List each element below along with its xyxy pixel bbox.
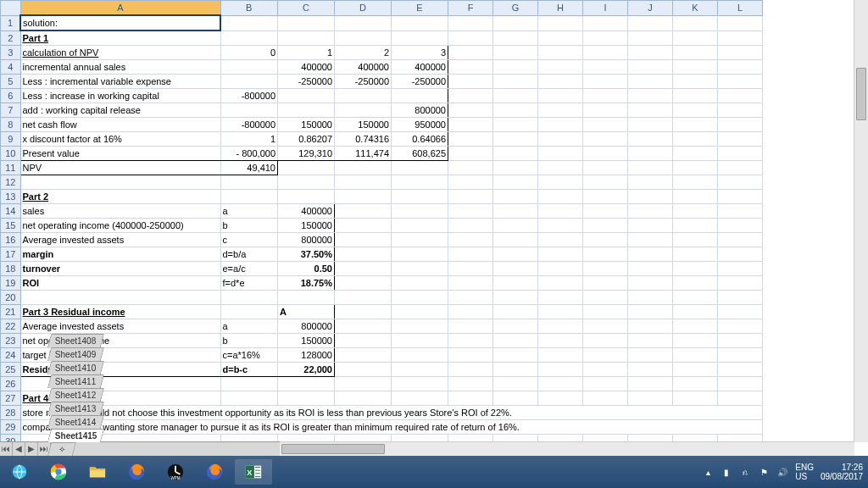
cell-J6[interactable] xyxy=(628,89,673,103)
cell-J26[interactable] xyxy=(628,377,673,391)
horizontal-scrollbar[interactable] xyxy=(280,441,854,456)
cell-D22[interactable] xyxy=(335,319,392,334)
cell-E2[interactable] xyxy=(392,30,448,46)
cell-J2[interactable] xyxy=(628,30,673,46)
cell-H8[interactable] xyxy=(538,118,583,132)
cell-D19[interactable] xyxy=(335,276,392,291)
sheet-tab-Sheet1413[interactable]: Sheet1413 xyxy=(47,402,105,415)
cell-H1[interactable] xyxy=(538,15,583,30)
cell-J19[interactable] xyxy=(628,276,673,291)
cell-L20[interactable] xyxy=(718,291,763,305)
cell-L26[interactable] xyxy=(718,377,763,391)
cell-K25[interactable] xyxy=(673,363,718,377)
cell-B21[interactable] xyxy=(220,305,278,319)
cell-E24[interactable] xyxy=(392,348,448,363)
cell-H14[interactable] xyxy=(538,204,583,219)
row-header-13[interactable]: 13 xyxy=(1,190,21,204)
cell-C3[interactable]: 1 xyxy=(278,46,335,60)
cell-I22[interactable] xyxy=(583,319,628,334)
cell-F1[interactable] xyxy=(448,15,493,30)
cell-K27[interactable] xyxy=(673,391,718,406)
cell-C26[interactable] xyxy=(278,377,335,391)
cell-E8[interactable]: 950000 xyxy=(392,118,448,132)
language-indicator[interactable]: ENG US xyxy=(795,463,814,481)
cell-C18[interactable]: 0.50 xyxy=(278,262,335,276)
cell-F15[interactable] xyxy=(448,219,493,233)
cell-C8[interactable]: 150000 xyxy=(278,118,335,132)
cell-C27[interactable] xyxy=(278,391,335,406)
cell-J25[interactable] xyxy=(628,363,673,377)
cell-K2[interactable] xyxy=(673,30,718,46)
cell-F20[interactable] xyxy=(448,291,493,305)
show-hidden-icon[interactable]: ▴ xyxy=(702,466,714,478)
cell-I25[interactable] xyxy=(583,363,628,377)
cell-I3[interactable] xyxy=(583,46,628,60)
cell-G10[interactable] xyxy=(493,147,538,161)
cell-G25[interactable] xyxy=(493,363,538,377)
cell-L13[interactable] xyxy=(718,190,763,204)
cell-J4[interactable] xyxy=(628,60,673,75)
cell-D3[interactable]: 2 xyxy=(335,46,392,60)
cell-A1[interactable]: solution: xyxy=(20,15,220,30)
cell-J5[interactable] xyxy=(628,75,673,89)
cell-C21[interactable]: A xyxy=(278,305,335,319)
cell-H3[interactable] xyxy=(538,46,583,60)
cell-L22[interactable] xyxy=(718,319,763,334)
cell-D16[interactable] xyxy=(335,233,392,247)
cell-B1[interactable] xyxy=(220,15,278,30)
cell-C13[interactable] xyxy=(278,190,335,204)
tab-first-icon[interactable]: ⏮ xyxy=(0,442,13,456)
cell-A14[interactable]: sales xyxy=(20,204,220,219)
cell-G12[interactable] xyxy=(493,175,538,190)
cell-K5[interactable] xyxy=(673,75,718,89)
sheet-tab-Sheet1412[interactable]: Sheet1412 xyxy=(47,388,105,402)
cell-D14[interactable] xyxy=(335,204,392,219)
cell-I15[interactable] xyxy=(583,219,628,233)
cell-K1[interactable] xyxy=(673,15,718,30)
cell-L19[interactable] xyxy=(718,276,763,291)
cell-C2[interactable] xyxy=(278,30,335,46)
cell-L21[interactable] xyxy=(718,305,763,319)
cell-K3[interactable] xyxy=(673,46,718,60)
cell-D17[interactable] xyxy=(335,247,392,262)
cell-A6[interactable]: Less : increase in working capital xyxy=(20,89,220,103)
cell-F2[interactable] xyxy=(448,30,493,46)
cell-E16[interactable] xyxy=(392,233,448,247)
cell-G20[interactable] xyxy=(493,291,538,305)
cell-A4[interactable]: incremental annual sales xyxy=(20,60,220,75)
cell-L16[interactable] xyxy=(718,233,763,247)
cell-C5[interactable]: -250000 xyxy=(278,75,335,89)
cell-F23[interactable] xyxy=(448,334,493,348)
cell-G9[interactable] xyxy=(493,132,538,147)
cell-F27[interactable] xyxy=(448,391,493,406)
cell-D23[interactable] xyxy=(335,334,392,348)
cell-B23[interactable]: b xyxy=(220,334,278,348)
cell-F26[interactable] xyxy=(448,377,493,391)
cell-H23[interactable] xyxy=(538,334,583,348)
cell-E26[interactable] xyxy=(392,377,448,391)
cell-G6[interactable] xyxy=(493,89,538,103)
cell-G17[interactable] xyxy=(493,247,538,262)
cell-H4[interactable] xyxy=(538,60,583,75)
cell-J16[interactable] xyxy=(628,233,673,247)
cell-C9[interactable]: 0.86207 xyxy=(278,132,335,147)
cell-F8[interactable] xyxy=(448,118,493,132)
cell-H24[interactable] xyxy=(538,348,583,363)
cell-H27[interactable] xyxy=(538,391,583,406)
cell-H15[interactable] xyxy=(538,219,583,233)
cell-G26[interactable] xyxy=(493,377,538,391)
cell-F5[interactable] xyxy=(448,75,493,89)
cell-E17[interactable] xyxy=(392,247,448,262)
chrome-icon[interactable] xyxy=(40,459,77,485)
cell-A17[interactable]: margin xyxy=(20,247,220,262)
row-header-10[interactable]: 10 xyxy=(1,147,21,161)
cell-H25[interactable] xyxy=(538,363,583,377)
cell-I24[interactable] xyxy=(583,348,628,363)
cell-B10[interactable]: - 800,000 xyxy=(220,147,278,161)
row-header-14[interactable]: 14 xyxy=(1,204,21,219)
cell-F10[interactable] xyxy=(448,147,493,161)
cell-I5[interactable] xyxy=(583,75,628,89)
row-header-19[interactable]: 19 xyxy=(1,276,21,291)
cell-F21[interactable] xyxy=(448,305,493,319)
firefox-icon-2[interactable] xyxy=(196,459,233,485)
